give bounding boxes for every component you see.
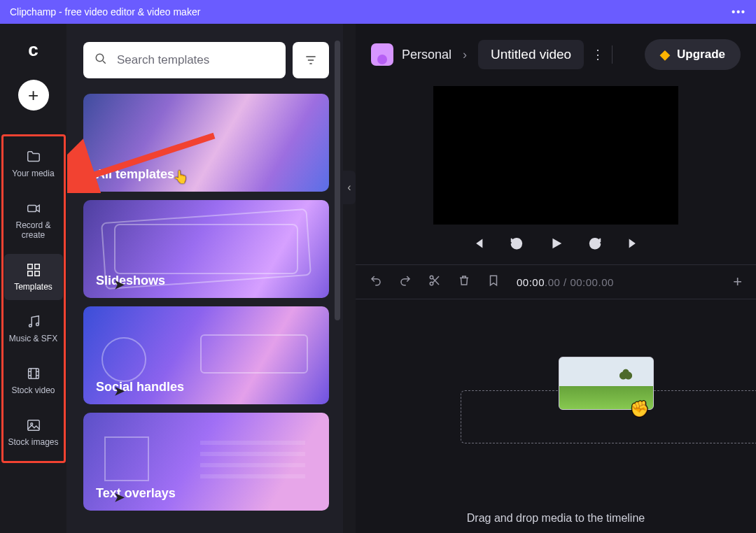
rewind-5s-button[interactable] (509, 236, 524, 254)
app-logo: c (15, 31, 52, 69)
templates-icon (26, 262, 41, 278)
sidebar-item-label: Templates (14, 282, 52, 292)
sidebar-item-record-create[interactable]: Record & create (4, 192, 63, 248)
panel-collapse-button[interactable]: ‹ (343, 171, 356, 204)
add-track-button[interactable]: + (733, 273, 742, 291)
sidebar-item-templates[interactable]: Templates (4, 254, 63, 300)
svg-rect-4 (34, 271, 38, 276)
timeline[interactable]: ✊ Drag and drop media to the timeline (356, 299, 756, 533)
sidebar-item-music-sfx[interactable]: Music & SFX (4, 306, 63, 352)
sidebar-item-label: Music & SFX (9, 334, 57, 343)
diamond-icon: ◆ (660, 47, 670, 62)
svg-point-11 (96, 54, 104, 62)
sidebar-item-label: Your media (12, 169, 54, 178)
delete-button[interactable] (458, 274, 470, 290)
forward-5s-button[interactable] (587, 236, 603, 254)
window-menu-icon[interactable]: ••• (732, 6, 746, 17)
template-card-all[interactable]: All templates 👆 (83, 94, 329, 192)
template-card-label: All templates (96, 167, 174, 182)
sidebar-item-label: Record & create (4, 220, 63, 240)
cursor-arrow-icon: ➤ (114, 277, 125, 292)
chevron-left-icon: ‹ (347, 181, 351, 194)
cursor-hand-icon: 👆 (173, 169, 188, 185)
upgrade-label: Upgrade (677, 48, 725, 62)
preview-canvas[interactable] (433, 86, 678, 225)
svg-rect-8 (27, 420, 39, 431)
timecode-display: 00:00.00 / 00:00.00 (517, 276, 614, 288)
image-icon (26, 418, 41, 433)
search-input[interactable]: Search templates (83, 42, 286, 78)
kebab-icon: ⋮ (592, 48, 604, 62)
redo-button[interactable] (399, 274, 412, 290)
sidebar-item-label: Stock video (11, 385, 55, 395)
chevron-right-icon: › (463, 48, 467, 62)
project-title-chip[interactable]: Untitled video (478, 40, 584, 69)
svg-rect-1 (27, 264, 31, 269)
workspace-avatar[interactable] (371, 43, 393, 66)
play-button[interactable] (548, 236, 564, 254)
template-card-social[interactable]: Social handles ➤ (83, 306, 329, 404)
playback-controls (356, 225, 756, 264)
cursor-arrow-icon: ➤ (114, 383, 125, 399)
project-menu-button[interactable]: ⋮ (588, 47, 608, 62)
cursor-arrow-icon: ➤ (114, 490, 125, 505)
filter-icon (304, 53, 318, 67)
timeline-hint: Drag and drop media to the timeline (356, 512, 756, 525)
rail-items-annotation-box: Your media Record & create Templates Mus… (1, 134, 66, 463)
undo-button[interactable] (370, 274, 382, 290)
marker-button[interactable] (487, 274, 500, 290)
split-button[interactable] (428, 274, 441, 290)
templates-panel: Search templates All templates 👆 Slidesh… (66, 24, 343, 533)
window-titlebar: Clipchamp - free video editor & video ma… (0, 0, 756, 24)
sidebar-item-label: Stock images (8, 437, 58, 447)
template-card-text-overlays[interactable]: Text overlays ➤ (83, 413, 329, 511)
svg-rect-7 (28, 369, 38, 379)
sidebar-item-stock-video[interactable]: Stock video (4, 357, 63, 404)
skip-back-button[interactable] (470, 236, 485, 254)
svg-rect-2 (34, 264, 38, 269)
search-placeholder: Search templates (117, 53, 209, 67)
search-icon (94, 52, 107, 69)
workspace-name[interactable]: Personal (402, 48, 451, 62)
upgrade-button[interactable]: ◆ Upgrade (645, 39, 741, 70)
cursor-grab-icon: ✊ (630, 400, 649, 418)
svg-point-13 (430, 282, 433, 285)
panel-scrollbar[interactable] (335, 41, 340, 320)
timeline-toolbar: 00:00.00 / 00:00.00 + (356, 264, 756, 299)
left-rail: c + Your media Record & create T (0, 24, 66, 533)
svg-point-6 (36, 323, 38, 326)
svg-point-12 (430, 276, 433, 279)
folder-icon (26, 149, 41, 164)
filter-button[interactable] (293, 42, 329, 78)
svg-rect-0 (27, 205, 36, 211)
sidebar-item-stock-images[interactable]: Stock images (4, 409, 63, 455)
svg-point-5 (29, 325, 31, 327)
skip-forward-button[interactable] (626, 236, 642, 254)
editor-area: Personal › Untitled video ⋮ ◆ Upgrade (356, 24, 756, 533)
template-card-slideshows[interactable]: Slideshows ➤ (83, 200, 329, 298)
film-icon (26, 366, 41, 381)
preview-area (356, 85, 756, 225)
sidebar-item-your-media[interactable]: Your media (4, 141, 63, 187)
window-title: Clipchamp - free video editor & video ma… (10, 6, 200, 17)
project-title: Untitled video (491, 47, 571, 62)
music-icon (26, 314, 41, 329)
camera-icon (26, 201, 41, 216)
editor-topbar: Personal › Untitled video ⋮ ◆ Upgrade (356, 24, 756, 85)
svg-rect-3 (27, 271, 31, 276)
add-button[interactable]: + (18, 80, 49, 111)
